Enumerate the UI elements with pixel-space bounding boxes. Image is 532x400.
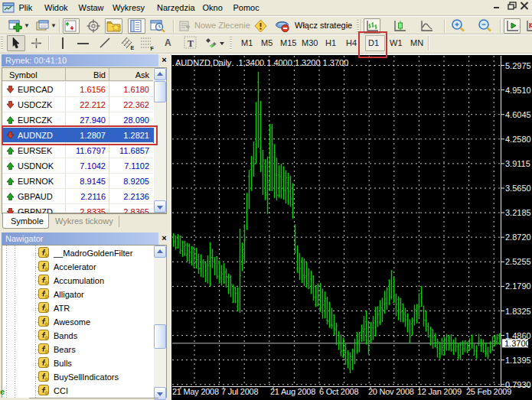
svg-text:4.6045: 4.6045 (505, 110, 531, 119)
svg-text:20 Nov 2008: 20 Nov 2008 (368, 387, 414, 396)
svg-text:7 Jul 2008: 7 Jul 2008 (221, 387, 258, 396)
svg-text:2.5255: 2.5255 (505, 257, 531, 266)
svg-text:2.1790: 2.1790 (505, 281, 531, 291)
svg-text:21 May 2008: 21 May 2008 (172, 387, 219, 396)
svg-text:F: F (151, 46, 155, 51)
svg-text:4.2580: 4.2580 (505, 135, 531, 144)
svg-text:5.2975: 5.2975 (505, 61, 531, 70)
svg-text:21 Aug 2008: 21 Aug 2008 (270, 387, 315, 396)
svg-text:AUDNZD,Daily 1.3400 1.4000 1: AUDNZD,Daily 1.3400 1.4000 1.3200 1.3700 (175, 58, 348, 67)
svg-text:1.1395: 1.1395 (505, 356, 531, 365)
svg-text:25 Feb 2009: 25 Feb 2009 (466, 387, 511, 396)
svg-text:1.8325: 1.8325 (505, 307, 531, 316)
svg-text:3.9115: 3.9115 (505, 159, 530, 168)
svg-text:E: E (131, 45, 135, 50)
svg-text:12 Jan 2009: 12 Jan 2009 (417, 387, 462, 396)
svg-text:2.8720: 2.8720 (505, 233, 531, 242)
svg-text:1.3700: 1.3700 (504, 339, 530, 348)
svg-text:3.5650: 3.5650 (505, 184, 531, 193)
svg-text:4.9510: 4.9510 (505, 86, 531, 95)
svg-text:3.2185: 3.2185 (505, 208, 531, 217)
svg-text:6 Oct 2008: 6 Oct 2008 (319, 387, 358, 396)
svg-text:T: T (188, 38, 194, 49)
